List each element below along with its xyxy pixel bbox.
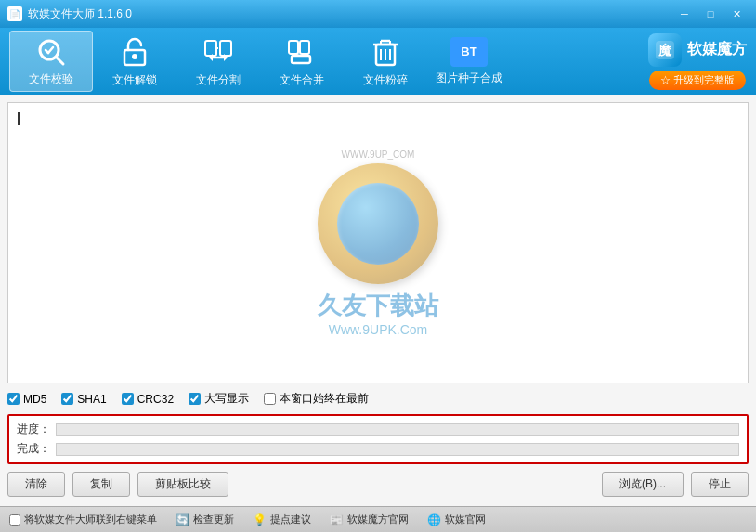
tool-image[interactable]: BT 图片种子合成 [427, 31, 511, 92]
official-icon: 📰 [330, 513, 344, 526]
uppercase-checkbox[interactable] [189, 393, 201, 405]
complete-label: 完成： [17, 441, 50, 457]
main-content: WWW.9UP_COM 久友下载站 Www.9UPK.Com MD5 [0, 95, 756, 506]
image-icon: BT [450, 37, 488, 67]
always-top-label: 本窗口始终在最前 [280, 391, 369, 407]
md5-checkbox[interactable] [7, 393, 20, 405]
svg-rect-14 [292, 56, 310, 63]
progress-row: 进度： [17, 422, 739, 437]
svg-line-1 [56, 57, 63, 64]
watermark-top: WWW.9UP_COM [342, 149, 415, 160]
svg-rect-7 [220, 41, 231, 56]
context-menu-checkbox[interactable] [9, 514, 20, 526]
maximize-button[interactable]: □ [698, 5, 723, 23]
title-bar: 📄 软媒文件大师 1.1.6.0 ─ □ ✕ [0, 0, 756, 28]
softbar-item[interactable]: 🌐 软媒官网 [427, 513, 486, 526]
svg-rect-6 [205, 41, 216, 56]
crc32-checkbox[interactable] [122, 393, 134, 405]
official-label: 软媒魔方官网 [347, 513, 409, 526]
uppercase-option[interactable]: 大写显示 [189, 391, 249, 407]
check-update-icon: 🔄 [176, 513, 189, 526]
shred-icon [369, 35, 402, 69]
shred-label: 文件粉碎 [363, 72, 408, 88]
copy-button[interactable]: 复制 [72, 472, 130, 497]
softbar-icon: 🌐 [427, 513, 441, 526]
clipboard-compare-button[interactable]: 剪贴板比较 [137, 472, 228, 497]
tool-verify[interactable]: 文件校验 [9, 31, 93, 92]
svg-text:魔: 魔 [658, 43, 672, 58]
minimize-button[interactable]: ─ [672, 5, 697, 23]
context-menu-option[interactable]: 将软媒文件大师联到右键菜单 [9, 513, 157, 526]
complete-row: 完成： [17, 441, 739, 457]
tool-shred[interactable]: 文件粉碎 [344, 31, 427, 92]
title-bar-text: 软媒文件大师 1.1.6.0 [28, 6, 132, 22]
md5-option[interactable]: MD5 [7, 393, 46, 406]
uppercase-label: 大写显示 [204, 391, 249, 407]
check-update-label: 检查更新 [193, 513, 234, 526]
brand-icon: 魔 [648, 33, 682, 67]
sha1-checkbox[interactable] [61, 393, 73, 405]
softbar-label: 软媒官网 [445, 513, 486, 526]
title-bar-controls: ─ □ ✕ [672, 5, 749, 23]
options-row: MD5 SHA1 CRC32 大写显示 本窗口始终在最前 [7, 389, 749, 409]
clear-button[interactable]: 清除 [7, 472, 65, 497]
crc32-label: CRC32 [137, 393, 174, 406]
complete-bar [56, 443, 739, 456]
image-label: 图片种子合成 [436, 71, 502, 86]
upgrade-button[interactable]: ☆ 升级到完整版 [649, 71, 746, 90]
sha1-label: SHA1 [77, 393, 106, 406]
tool-merge[interactable]: 文件合并 [260, 31, 344, 92]
feedback-icon: 💡 [253, 513, 267, 526]
svg-rect-12 [289, 41, 298, 54]
merge-icon [285, 35, 319, 69]
tool-unlock[interactable]: 文件解锁 [93, 31, 176, 92]
merge-label: 文件合并 [280, 72, 324, 88]
always-top-checkbox[interactable] [264, 393, 276, 405]
svg-point-5 [132, 54, 137, 59]
watermark-main: 久友下载站 [318, 290, 438, 322]
watermark-sub: Www.9UPK.Com [329, 322, 428, 337]
brand-logo: 魔 软媒魔方 [648, 33, 747, 67]
progress-label: 进度： [17, 422, 50, 437]
context-menu-label: 将软媒文件大师联到右键菜单 [24, 513, 157, 526]
close-button[interactable]: ✕ [724, 5, 749, 23]
feedback-item[interactable]: 💡 提点建议 [253, 513, 311, 526]
stop-button[interactable]: 停止 [691, 472, 749, 497]
svg-rect-13 [300, 41, 309, 54]
verify-label: 文件校验 [29, 71, 73, 87]
watermark: WWW.9UP_COM 久友下载站 Www.9UPK.Com [318, 149, 438, 337]
browse-button[interactable]: 浏览(B)... [602, 472, 684, 497]
title-bar-left: 📄 软媒文件大师 1.1.6.0 [7, 6, 132, 22]
official-item[interactable]: 📰 软媒魔方官网 [330, 513, 409, 526]
tool-split[interactable]: 文件分割 [176, 31, 260, 92]
unlock-label: 文件解锁 [112, 72, 157, 88]
drop-area[interactable]: WWW.9UP_COM 久友下载站 Www.9UPK.Com [7, 102, 749, 383]
cursor [18, 112, 20, 125]
toolbar: 文件校验 文件解锁 文件分割 [0, 28, 756, 95]
unlock-icon [118, 35, 151, 69]
app-icon: 📄 [7, 6, 22, 21]
feedback-label: 提点建议 [270, 513, 311, 526]
status-bar: 将软媒文件大师联到右键菜单 🔄 检查更新 💡 提点建议 📰 软媒魔方官网 🌐 软… [0, 506, 756, 532]
brand-name: 软媒魔方 [687, 40, 747, 59]
actions-row: 清除 复制 剪贴板比较 浏览(B)... 停止 [7, 470, 749, 499]
svg-line-3 [48, 47, 53, 53]
split-icon [202, 35, 235, 69]
progress-section: 进度： 完成： [7, 414, 749, 464]
sha1-option[interactable]: SHA1 [61, 393, 106, 406]
progress-bar [56, 423, 739, 436]
check-update-item[interactable]: 🔄 检查更新 [176, 513, 234, 526]
brand-area: 魔 软媒魔方 ☆ 升级到完整版 [648, 33, 747, 90]
always-top-option[interactable]: 本窗口始终在最前 [264, 391, 369, 407]
md5-label: MD5 [23, 393, 46, 406]
verify-icon [34, 35, 68, 68]
split-label: 文件分割 [196, 72, 241, 88]
crc32-option[interactable]: CRC32 [122, 393, 174, 406]
